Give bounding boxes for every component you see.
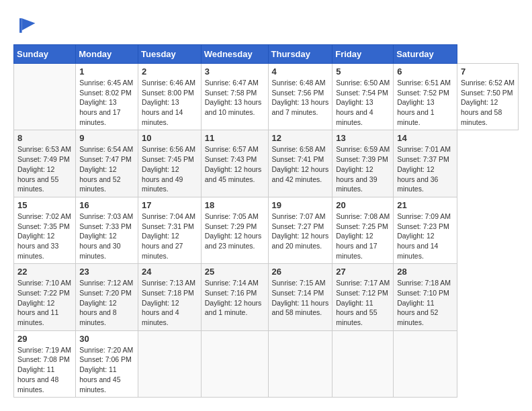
calendar-day-cell: [138, 330, 202, 397]
day-info: Sunrise: 7:14 AM Sunset: 7:16 PM Dayligh…: [205, 278, 265, 318]
calendar-day-cell: 29 Sunrise: 7:19 AM Sunset: 7:08 PM Dayl…: [14, 330, 76, 397]
calendar-day-cell: 2 Sunrise: 6:46 AM Sunset: 8:00 PM Dayli…: [138, 64, 202, 130]
calendar-day-cell: 1 Sunrise: 6:45 AM Sunset: 8:02 PM Dayli…: [76, 64, 138, 130]
calendar-day-cell: 27 Sunrise: 7:17 AM Sunset: 7:12 PM Dayl…: [332, 264, 394, 330]
day-info: Sunrise: 7:04 AM Sunset: 7:31 PM Dayligh…: [142, 212, 197, 261]
calendar-day-cell: 17 Sunrise: 7:04 AM Sunset: 7:31 PM Dayl…: [138, 197, 202, 263]
calendar-day-cell: 12 Sunrise: 6:58 AM Sunset: 7:41 PM Dayl…: [268, 130, 332, 197]
calendar-day-cell: 8 Sunrise: 6:53 AM Sunset: 7:49 PM Dayli…: [14, 130, 76, 197]
calendar-week-row: 8 Sunrise: 6:53 AM Sunset: 7:49 PM Dayli…: [14, 130, 519, 197]
day-info: Sunrise: 7:18 AM Sunset: 7:10 PM Dayligh…: [397, 278, 453, 327]
day-info: Sunrise: 7:19 AM Sunset: 7:08 PM Dayligh…: [17, 345, 72, 394]
calendar-day-cell: [394, 330, 457, 397]
calendar-week-row: 15 Sunrise: 7:02 AM Sunset: 7:35 PM Dayl…: [14, 197, 519, 263]
day-info: Sunrise: 6:46 AM Sunset: 8:00 PM Dayligh…: [142, 78, 197, 127]
day-number: 30: [79, 334, 134, 344]
weekday-header-sunday: Sunday: [14, 45, 76, 64]
logo-icon: [13, 13, 38, 38]
calendar-week-row: 22 Sunrise: 7:10 AM Sunset: 7:22 PM Dayl…: [14, 264, 519, 330]
day-number: 15: [17, 200, 72, 210]
calendar-day-cell: 5 Sunrise: 6:50 AM Sunset: 7:54 PM Dayli…: [332, 64, 394, 130]
day-number: 19: [272, 200, 329, 210]
calendar-day-cell: 4 Sunrise: 6:48 AM Sunset: 7:56 PM Dayli…: [268, 64, 332, 130]
calendar-day-cell: 11 Sunrise: 6:57 AM Sunset: 7:43 PM Dayl…: [201, 130, 268, 197]
calendar-day-cell: [332, 330, 394, 397]
svg-rect-1: [19, 18, 22, 33]
day-number: 7: [461, 66, 515, 77]
empty-cell: [14, 64, 76, 130]
day-number: 22: [17, 267, 72, 277]
svg-marker-0: [22, 18, 36, 30]
day-info: Sunrise: 7:05 AM Sunset: 7:29 PM Dayligh…: [205, 212, 265, 251]
day-info: Sunrise: 7:09 AM Sunset: 7:23 PM Dayligh…: [397, 212, 453, 261]
calendar-week-row: 1 Sunrise: 6:45 AM Sunset: 8:02 PM Dayli…: [14, 64, 519, 130]
day-number: 21: [397, 200, 453, 210]
day-info: Sunrise: 7:20 AM Sunset: 7:06 PM Dayligh…: [79, 345, 134, 394]
day-info: Sunrise: 7:15 AM Sunset: 7:14 PM Dayligh…: [272, 278, 329, 318]
day-info: Sunrise: 7:02 AM Sunset: 7:35 PM Dayligh…: [17, 212, 72, 261]
calendar-day-cell: 25 Sunrise: 7:14 AM Sunset: 7:16 PM Dayl…: [201, 264, 268, 330]
day-number: 23: [79, 267, 134, 277]
day-number: 2: [142, 66, 197, 77]
calendar-day-cell: 3 Sunrise: 6:47 AM Sunset: 7:58 PM Dayli…: [201, 64, 268, 130]
day-number: 16: [79, 200, 134, 210]
day-number: 25: [205, 267, 265, 277]
page-header: [13, 13, 519, 38]
weekday-header-saturday: Saturday: [394, 45, 457, 64]
day-info: Sunrise: 7:12 AM Sunset: 7:20 PM Dayligh…: [79, 278, 134, 327]
calendar-day-cell: 19 Sunrise: 7:07 AM Sunset: 7:27 PM Dayl…: [268, 197, 332, 263]
day-number: 4: [272, 66, 329, 77]
day-number: 9: [79, 133, 134, 143]
calendar-day-cell: 10 Sunrise: 6:56 AM Sunset: 7:45 PM Dayl…: [138, 130, 202, 197]
day-info: Sunrise: 6:59 AM Sunset: 7:39 PM Dayligh…: [336, 144, 390, 193]
weekday-header-friday: Friday: [332, 45, 394, 64]
day-number: 3: [205, 66, 265, 77]
logo: [13, 13, 42, 38]
day-info: Sunrise: 7:17 AM Sunset: 7:12 PM Dayligh…: [336, 278, 390, 327]
day-number: 17: [142, 200, 197, 210]
calendar-day-cell: [268, 330, 332, 397]
day-info: Sunrise: 7:03 AM Sunset: 7:33 PM Dayligh…: [79, 212, 134, 261]
day-info: Sunrise: 6:47 AM Sunset: 7:58 PM Dayligh…: [205, 78, 265, 118]
day-number: 1: [79, 66, 134, 77]
day-info: Sunrise: 6:57 AM Sunset: 7:43 PM Dayligh…: [205, 144, 265, 184]
day-info: Sunrise: 6:48 AM Sunset: 7:56 PM Dayligh…: [272, 78, 329, 118]
weekday-header-row: SundayMondayTuesdayWednesdayThursdayFrid…: [14, 45, 519, 64]
day-number: 13: [336, 133, 390, 143]
calendar-table: SundayMondayTuesdayWednesdayThursdayFrid…: [13, 44, 519, 398]
calendar-day-cell: 16 Sunrise: 7:03 AM Sunset: 7:33 PM Dayl…: [76, 197, 138, 263]
day-number: 24: [142, 267, 197, 277]
day-number: 27: [336, 267, 390, 277]
weekday-header-monday: Monday: [76, 45, 138, 64]
calendar-day-cell: 28 Sunrise: 7:18 AM Sunset: 7:10 PM Dayl…: [394, 264, 457, 330]
calendar-week-row: 29 Sunrise: 7:19 AM Sunset: 7:08 PM Dayl…: [14, 330, 519, 397]
day-info: Sunrise: 6:54 AM Sunset: 7:47 PM Dayligh…: [79, 144, 134, 193]
calendar-day-cell: 21 Sunrise: 7:09 AM Sunset: 7:23 PM Dayl…: [394, 197, 457, 263]
day-info: Sunrise: 6:45 AM Sunset: 8:02 PM Dayligh…: [79, 78, 134, 127]
day-info: Sunrise: 7:07 AM Sunset: 7:27 PM Dayligh…: [272, 212, 329, 251]
weekday-header-tuesday: Tuesday: [138, 45, 202, 64]
day-info: Sunrise: 6:50 AM Sunset: 7:54 PM Dayligh…: [336, 78, 390, 127]
day-number: 26: [272, 267, 329, 277]
day-info: Sunrise: 7:08 AM Sunset: 7:25 PM Dayligh…: [336, 212, 390, 261]
calendar-day-cell: 26 Sunrise: 7:15 AM Sunset: 7:14 PM Dayl…: [268, 264, 332, 330]
day-number: 6: [397, 66, 453, 77]
day-info: Sunrise: 7:01 AM Sunset: 7:37 PM Dayligh…: [397, 144, 453, 193]
day-info: Sunrise: 6:53 AM Sunset: 7:49 PM Dayligh…: [17, 144, 72, 193]
day-number: 10: [142, 133, 197, 143]
calendar-day-cell: 20 Sunrise: 7:08 AM Sunset: 7:25 PM Dayl…: [332, 197, 394, 263]
calendar-day-cell: 7 Sunrise: 6:52 AM Sunset: 7:50 PM Dayli…: [457, 64, 518, 130]
calendar-day-cell: 24 Sunrise: 7:13 AM Sunset: 7:18 PM Dayl…: [138, 264, 202, 330]
day-info: Sunrise: 7:10 AM Sunset: 7:22 PM Dayligh…: [17, 278, 72, 327]
weekday-header-thursday: Thursday: [268, 45, 332, 64]
day-number: 20: [336, 200, 390, 210]
day-number: 11: [205, 133, 265, 143]
calendar-day-cell: 18 Sunrise: 7:05 AM Sunset: 7:29 PM Dayl…: [201, 197, 268, 263]
calendar-day-cell: 9 Sunrise: 6:54 AM Sunset: 7:47 PM Dayli…: [76, 130, 138, 197]
calendar-day-cell: 13 Sunrise: 6:59 AM Sunset: 7:39 PM Dayl…: [332, 130, 394, 197]
day-info: Sunrise: 6:58 AM Sunset: 7:41 PM Dayligh…: [272, 144, 329, 184]
weekday-header-wednesday: Wednesday: [201, 45, 268, 64]
calendar-day-cell: 23 Sunrise: 7:12 AM Sunset: 7:20 PM Dayl…: [76, 264, 138, 330]
day-number: 8: [17, 133, 72, 143]
calendar-day-cell: 22 Sunrise: 7:10 AM Sunset: 7:22 PM Dayl…: [14, 264, 76, 330]
